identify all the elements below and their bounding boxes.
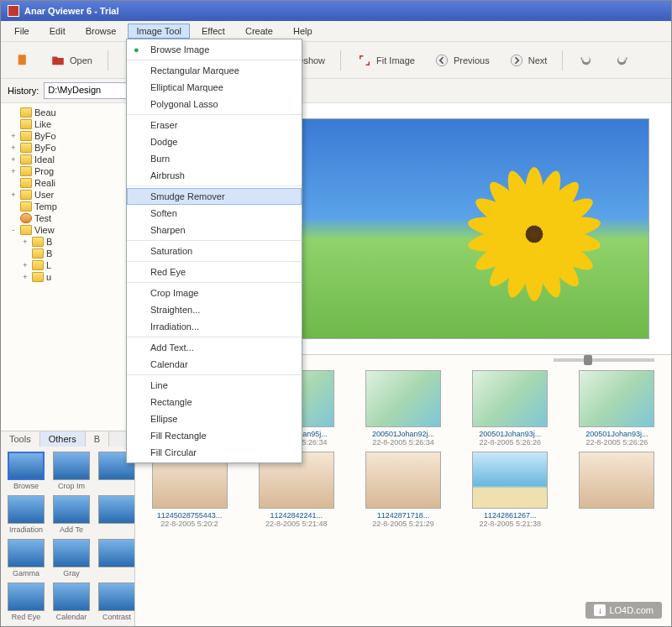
tree-expand-icon[interactable]: +: [9, 155, 18, 164]
tool-cell[interactable]: [95, 494, 134, 536]
menu-item-irradiation-[interactable]: Irradiation...: [127, 318, 302, 335]
menu-item-fill-rectangle[interactable]: Fill Rectangle: [127, 427, 302, 444]
tree-expand-icon[interactable]: +: [21, 238, 29, 246]
tree-item[interactable]: +u: [3, 271, 133, 283]
tree-item[interactable]: Reali: [3, 177, 133, 189]
menu-item-sharpen[interactable]: Sharpen: [127, 222, 302, 238]
tree-item[interactable]: +Ideal: [3, 154, 133, 165]
menu-item-crop-image[interactable]: Crop Image: [127, 285, 302, 301]
tool-cell[interactable]: Calendar: [50, 581, 93, 623]
content-area: BeauLike+ByFo+ByFo+Ideal+ProgReali+UserT…: [1, 103, 671, 626]
tree-item[interactable]: Temp: [3, 201, 133, 212]
fit-image-button[interactable]: Fit Image: [349, 49, 422, 72]
tool-thumb: [8, 539, 45, 567]
folder-icon: [32, 272, 44, 282]
tree-item[interactable]: Beau: [3, 107, 133, 118]
tree-item[interactable]: B: [3, 248, 133, 259]
tree-expand-icon[interactable]: +: [21, 261, 29, 269]
tool-thumb: [98, 539, 134, 567]
tree-item[interactable]: +B: [3, 236, 133, 248]
menu-item-red-eye[interactable]: Red Eye: [127, 264, 302, 280]
thumbnail-item[interactable]: [568, 452, 666, 528]
tree-expand-icon[interactable]: +: [9, 191, 18, 199]
open-button[interactable]: Open: [43, 49, 99, 72]
menu-item-straighten-[interactable]: Straighten...: [127, 301, 302, 318]
tool-cell[interactable]: Gamma: [4, 537, 48, 579]
tool-cell[interactable]: Irradiation: [4, 494, 48, 536]
menu-item-calendar[interactable]: Calendar: [127, 356, 302, 373]
tool-cell[interactable]: Browse: [4, 450, 48, 492]
menu-item-rectangle[interactable]: Rectangle: [127, 394, 302, 410]
tool-cell[interactable]: Add Te: [50, 494, 93, 536]
thumbnail-item[interactable]: 11242861267...22-8-2005 5:21:38: [461, 452, 559, 528]
menu-item-soften[interactable]: Soften: [127, 205, 302, 222]
tool-grid: BrowseCrop ImIrradiationAdd TeGammaGrayR…: [1, 447, 134, 626]
folder-open-icon: [50, 52, 66, 69]
tree-item[interactable]: +Prog: [3, 165, 133, 177]
menu-item-smudge-remover[interactable]: Smudge Remover: [127, 188, 302, 205]
menu-item-rectangular-marquee[interactable]: Rectangular Marquee: [127, 62, 302, 79]
menu-edit[interactable]: Edit: [41, 24, 74, 39]
menu-effect[interactable]: Effect: [193, 24, 234, 39]
thumbnail-item[interactable]: 11242871718...22-8-2005 5:21:29: [354, 452, 452, 528]
tree-expand-icon[interactable]: +: [21, 273, 29, 281]
tree-label: ByFo: [34, 131, 56, 141]
tool-cell[interactable]: Crop Im: [50, 450, 93, 492]
tool-cell[interactable]: [95, 537, 134, 579]
tab-tools[interactable]: Tools: [1, 431, 40, 447]
tree-expand-icon[interactable]: +: [9, 144, 18, 152]
tree-item[interactable]: +L: [3, 259, 133, 271]
menu-item-dodge[interactable]: Dodge: [127, 133, 302, 150]
menu-item-elliptical-marquee[interactable]: Elliptical Marquee: [127, 79, 302, 96]
menu-item-polygonal-lasso[interactable]: Polygonal Lasso: [127, 96, 302, 112]
tree-expand-icon[interactable]: -: [9, 226, 18, 234]
folder-icon: [20, 178, 32, 188]
menu-help[interactable]: Help: [285, 24, 321, 39]
new-document-button[interactable]: [8, 49, 38, 72]
thumbnail-image: [472, 452, 548, 509]
menu-browse[interactable]: Browse: [77, 24, 125, 39]
thumbnail-item[interactable]: 200501Johan93j...22-8-2005 5:26:26: [461, 370, 559, 447]
zoom-track[interactable]: [554, 358, 654, 362]
tree-item[interactable]: -View: [3, 224, 133, 236]
tool-cell[interactable]: Red Eye: [4, 581, 48, 623]
menu-item-eraser[interactable]: Eraser: [127, 117, 302, 133]
menu-file[interactable]: File: [6, 24, 38, 39]
redo-button[interactable]: [606, 49, 637, 72]
menu-image-tool[interactable]: Image Tool: [128, 24, 190, 39]
menu-item-label: Smudge Remover: [150, 191, 225, 201]
menu-item-ellipse[interactable]: Ellipse: [127, 410, 302, 427]
tree-expand-icon[interactable]: +: [9, 167, 18, 175]
thumbnail-item[interactable]: 200501Johan92j...22-8-2005 5:26:34: [354, 370, 452, 447]
menu-item-burn[interactable]: Burn: [127, 150, 302, 167]
tool-label: Irradiation: [6, 525, 46, 534]
thumbnail-item[interactable]: 200501Johan93j...22-8-2005 5:26:26: [568, 370, 666, 447]
tab-others[interactable]: Others: [40, 431, 86, 447]
tab-b[interactable]: B: [86, 431, 109, 447]
tool-cell[interactable]: Contrast: [95, 581, 134, 623]
menu-item-line[interactable]: Line: [127, 377, 302, 394]
undo-button[interactable]: [571, 49, 601, 72]
tree-item[interactable]: +User: [3, 189, 133, 201]
previous-button[interactable]: Previous: [427, 49, 496, 72]
menu-item-airbrush[interactable]: Airbrush: [127, 167, 302, 184]
tree-expand-icon[interactable]: +: [9, 132, 18, 140]
image-tool-dropdown[interactable]: ●Browse ImageRectangular MarqueeElliptic…: [126, 39, 302, 463]
tool-cell[interactable]: Gray: [50, 537, 93, 579]
menu-item-add-text-[interactable]: Add Text...: [127, 339, 302, 356]
tree-item[interactable]: +ByFo: [3, 130, 133, 142]
menu-create[interactable]: Create: [237, 24, 281, 39]
tree-item[interactable]: Like: [3, 118, 133, 130]
folder-tree[interactable]: BeauLike+ByFo+ByFo+Ideal+ProgReali+UserT…: [1, 103, 134, 431]
menu-item-browse-image[interactable]: ●Browse Image: [127, 41, 302, 58]
menu-item-fill-circular[interactable]: Fill Circular: [127, 444, 302, 461]
next-button[interactable]: Next: [501, 49, 554, 72]
tree-label: User: [34, 190, 54, 200]
tool-thumb: [53, 583, 90, 611]
zoom-handle[interactable]: [584, 355, 592, 365]
menu-item-saturation[interactable]: Saturation: [127, 243, 302, 259]
folder-icon: [20, 143, 32, 153]
tree-item[interactable]: +ByFo: [3, 142, 133, 154]
menu-item-label: Soften: [150, 208, 177, 218]
tree-item[interactable]: Test: [3, 212, 133, 224]
